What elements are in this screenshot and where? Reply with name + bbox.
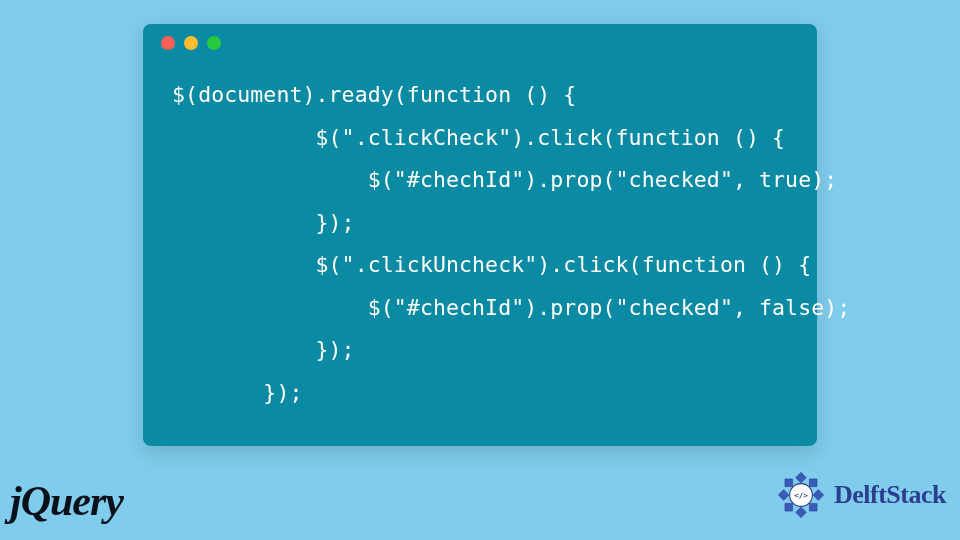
close-icon[interactable] [161,36,175,50]
svg-marker-4 [796,507,807,518]
jquery-logo: jQuery [10,475,123,526]
code-line: }); [159,210,355,235]
maximize-icon[interactable] [207,36,221,50]
minimize-icon[interactable] [184,36,198,50]
svg-marker-2 [813,490,824,501]
code-line: $(".clickUncheck").click(function () { [159,252,811,277]
code-line: $(document).ready(function () { [159,82,576,107]
svg-text:</>: </> [794,491,808,500]
code-line: }); [159,337,355,362]
code-line: }); [159,380,303,405]
code-line: $("#chechId").prop("checked", false); [159,295,850,320]
delftstack-text: DelftStack [834,480,946,510]
delftstack-icon: </> [774,468,828,522]
code-line: $("#chechId").prop("checked", true); [159,167,837,192]
code-window: $(document).ready(function () { $(".clic… [143,24,817,446]
jquery-logo-text: jQuery [10,478,123,524]
window-titlebar [143,24,817,62]
code-line: $(".clickCheck").click(function () { [159,125,785,150]
code-block: $(document).ready(function () { $(".clic… [143,62,817,415]
svg-marker-6 [778,490,789,501]
delftstack-logo: </> DelftStack [774,468,946,522]
svg-marker-0 [796,472,807,483]
